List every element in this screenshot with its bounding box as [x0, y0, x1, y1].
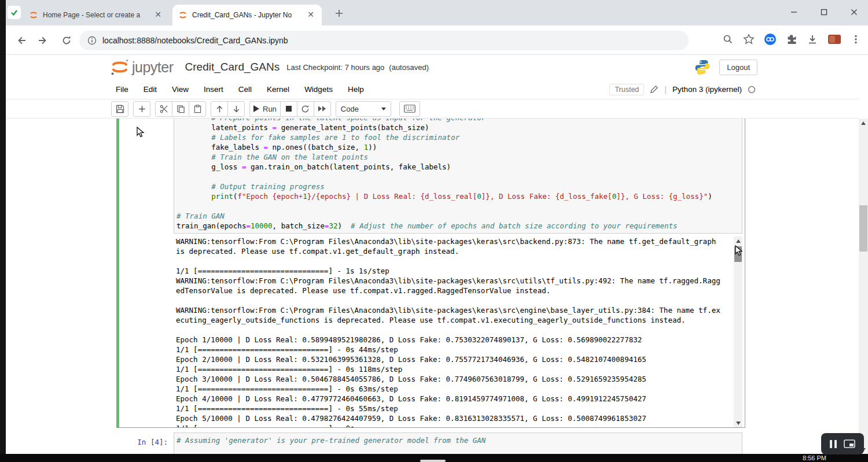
- code-line[interactable]: # Labels for fake samples are 1 to fool …: [176, 132, 740, 142]
- keyboard-icon: [404, 105, 415, 113]
- back-button[interactable]: [14, 34, 28, 47]
- code-editor[interactable]: # Prepare points in the latent space as …: [174, 119, 742, 234]
- tab-close-icon[interactable]: ✕: [306, 10, 316, 20]
- interrupt-kernel-button[interactable]: [280, 101, 297, 117]
- tab-close-icon[interactable]: ✕: [153, 10, 163, 20]
- menu-edit[interactable]: Edit: [144, 85, 157, 94]
- python-logo-icon: [694, 59, 711, 77]
- move-cell-up-button[interactable]: [211, 101, 228, 117]
- output-line: 1/1 [==============================] - 0…: [176, 345, 745, 354]
- code-line[interactable]: latent_points = generate_latent_points(b…: [176, 123, 740, 132]
- reload-button[interactable]: [60, 34, 73, 47]
- output-line: 1/1 [==============================] - 0…: [176, 364, 745, 374]
- menu-insert[interactable]: Insert: [204, 85, 223, 94]
- trusted-badge[interactable]: Trusted: [609, 84, 644, 95]
- code-line[interactable]: train_gan(epochs=10000, batch_size=32) #…: [176, 221, 740, 231]
- output-line: 1/1 [==============================] - 0…: [176, 404, 745, 413]
- command-palette-button[interactable]: [399, 101, 420, 117]
- cell-input-area: # Prepare points in the latent space as …: [119, 119, 745, 234]
- code-line[interactable]: [176, 172, 740, 182]
- menu-help[interactable]: Help: [348, 85, 364, 94]
- code-cell-next[interactable]: In [4]: # Assuming 'generator' is your p…: [116, 432, 745, 454]
- insert-cell-button[interactable]: [133, 101, 150, 117]
- menu-widgets[interactable]: Widgets: [304, 85, 333, 94]
- autosave-status: (autosaved): [389, 63, 429, 72]
- input-prompt: In [4]:: [119, 438, 174, 446]
- code-editor[interactable]: # Assuming 'generator' is your pre-train…: [174, 433, 742, 454]
- restart-run-all-button[interactable]: [314, 101, 331, 117]
- jupyter-logo-text[interactable]: jupyter: [132, 59, 174, 76]
- close-icon: [851, 9, 858, 16]
- bookmark-star-icon[interactable]: [743, 34, 755, 45]
- output-scrollbar[interactable]: [734, 236, 742, 427]
- output-scroll-down-arrow[interactable]: [734, 419, 742, 427]
- address-bar[interactable]: localhost:8888/notebooks/Credit_Card_GAN…: [79, 31, 689, 50]
- code-line[interactable]: # Train the GAN on the latent points: [176, 152, 740, 162]
- profile-avatar[interactable]: [827, 34, 841, 45]
- forward-arrow-icon: [37, 35, 49, 46]
- check-badge[interactable]: [8, 6, 21, 19]
- menu-view[interactable]: View: [172, 85, 189, 94]
- output-line: Epoch 3/10000 | D Loss Real: 0.504678845…: [176, 374, 745, 384]
- code-line[interactable]: # Prepare points in the latent space as …: [176, 119, 740, 123]
- cell-type-select[interactable]: Code: [336, 101, 391, 117]
- zoom-icon[interactable]: [722, 34, 734, 45]
- cut-cell-button[interactable]: [155, 101, 172, 117]
- restart-kernel-button[interactable]: [297, 101, 314, 117]
- site-info-icon[interactable]: [87, 36, 97, 45]
- copy-cell-button[interactable]: [172, 101, 189, 117]
- fast-forward-icon: [318, 105, 326, 112]
- window-maximize-button[interactable]: [811, 3, 837, 21]
- page-scrollbar[interactable]: [859, 119, 868, 454]
- plus-icon: [335, 9, 343, 17]
- kernel-name[interactable]: Python 3 (ipykernel): [672, 85, 742, 94]
- jupyter-logo-icon[interactable]: [110, 58, 130, 76]
- save-button[interactable]: [111, 101, 128, 117]
- browser-menu-icon[interactable]: [851, 34, 861, 45]
- page-scroll-up-arrow[interactable]: [859, 119, 868, 127]
- jupyter-favicon: [178, 10, 187, 20]
- stop-icon: [285, 105, 292, 112]
- page-scrollbar-thumb[interactable]: [859, 205, 867, 252]
- output-line: is deprecated. Please use tf.compat.v1.g…: [176, 246, 745, 256]
- code-line[interactable]: # Output training progress: [176, 182, 740, 191]
- mouse-cursor: [137, 127, 145, 141]
- tab-credit-card-gans[interactable]: Credit_Card_GANs - Jupyter No ✕: [172, 5, 322, 25]
- output-scroll-up-arrow[interactable]: [734, 236, 742, 245]
- media-controls-overlay[interactable]: [821, 433, 864, 454]
- output-line: Epoch 1/10000 | D Loss Real: 0.589948952…: [176, 335, 745, 345]
- picture-in-picture-icon[interactable]: [844, 439, 855, 448]
- run-button[interactable]: Run: [249, 101, 281, 117]
- code-line[interactable]: g_loss = gan.train_on_batch(latent_point…: [176, 162, 740, 172]
- green-check-icon: [10, 8, 19, 17]
- output-line: [176, 295, 745, 305]
- code-cell-selected[interactable]: # Prepare points in the latent space as …: [116, 119, 745, 428]
- refresh-icon: [301, 105, 310, 113]
- window-minimize-button[interactable]: [781, 3, 807, 21]
- new-tab-button[interactable]: [333, 7, 345, 20]
- menu-kernel[interactable]: Kernel: [267, 85, 289, 94]
- minimize-icon: [790, 9, 797, 16]
- logout-button[interactable]: Logout: [719, 60, 757, 75]
- code-line[interactable]: fake_labels = np.ones((batch_size, 1)): [176, 142, 740, 152]
- menu-file[interactable]: File: [116, 85, 128, 94]
- notebook-title[interactable]: Credit_Card_GANs: [185, 61, 280, 73]
- forward-button[interactable]: [36, 34, 50, 47]
- pause-icon[interactable]: [830, 440, 837, 448]
- extensions-puzzle-icon[interactable]: [786, 34, 797, 45]
- move-cell-down-button[interactable]: [227, 101, 245, 117]
- jupyter-favicon: [29, 10, 38, 20]
- output-line: Epoch 4/10000 | D Loss Real: 0.477977246…: [176, 394, 745, 404]
- output-line: 1/1 [==============================] - 0…: [176, 384, 745, 394]
- code-line[interactable]: [176, 201, 740, 211]
- download-icon[interactable]: [807, 34, 818, 45]
- code-line[interactable]: # Train GAN: [176, 211, 740, 221]
- code-line[interactable]: print(f"Epoch {epoch+1}/{epochs} | D Los…: [176, 191, 740, 201]
- menu-cell[interactable]: Cell: [238, 85, 252, 94]
- extension-badge-icon[interactable]: [764, 33, 777, 46]
- output-line: 1/1 [==============================] - 0…: [176, 423, 745, 427]
- window-close-button[interactable]: [841, 3, 867, 21]
- menu-items: FileEditViewInsertCellKernelWidgetsHelp: [116, 85, 379, 94]
- paste-cell-button[interactable]: [189, 101, 206, 117]
- tab-home-page[interactable]: Home Page - Select or create a ✕: [23, 5, 169, 25]
